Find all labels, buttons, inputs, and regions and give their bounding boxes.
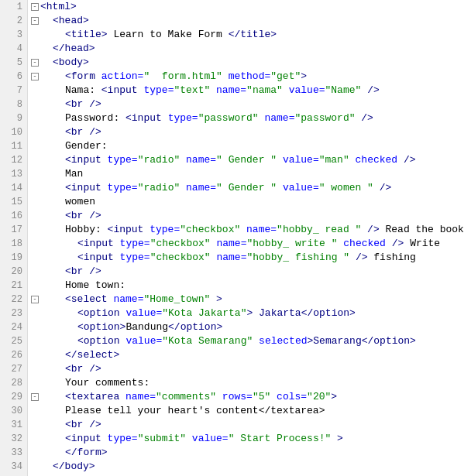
code-line: <br /> (31, 125, 471, 139)
value-token: "Name" (325, 84, 362, 98)
code-area: 1234567891011121314151617181920212223242… (0, 0, 471, 476)
code-line: women (31, 195, 471, 209)
attr-token: name= (216, 84, 246, 98)
tag-token: <option (77, 306, 125, 320)
text-token: Gender: (65, 139, 108, 153)
tag-token (211, 237, 217, 251)
tag-token: <option> (77, 320, 125, 334)
value-token: "hobby_ read " (277, 223, 361, 237)
attr-token: value= (125, 306, 162, 320)
fold-icon[interactable]: - (31, 393, 39, 401)
text-token: Man (65, 167, 83, 181)
tag-token (210, 84, 216, 98)
tag-token (277, 153, 283, 167)
attr-token: type= (108, 432, 138, 446)
attr-token: type= (150, 223, 180, 237)
line-number: 2 (0, 14, 27, 28)
line-number: 6 (0, 70, 27, 84)
tag-token: <option (77, 334, 125, 348)
line-number: 4 (0, 42, 27, 56)
tag-token: <br /> (65, 98, 101, 111)
line-number: 31 (0, 418, 27, 432)
line-number: 15 (0, 195, 27, 209)
attr-token: name= (186, 181, 216, 195)
attr-token: name= (113, 293, 143, 306)
fold-icon[interactable]: - (31, 73, 39, 80)
tag-token: </title> (229, 28, 277, 42)
tag-token: </select> (65, 348, 119, 362)
line-number: 19 (0, 251, 27, 265)
value-token: "hobby_ write " (246, 237, 337, 251)
tag-token: /> (361, 84, 379, 98)
line-number: 23 (0, 306, 27, 320)
value-token: "20" (307, 390, 331, 404)
text-token: fishing (368, 251, 416, 265)
tag-token: <br /> (65, 265, 101, 279)
code-line: </body> (31, 460, 471, 474)
value-token: "radio" (138, 153, 180, 167)
line-number: 10 (0, 125, 27, 139)
fold-icon[interactable]: - (31, 296, 39, 303)
line-number: 8 (0, 98, 27, 111)
code-line: </select> (31, 348, 471, 362)
line-number: 26 (0, 348, 27, 362)
attr-token: type= (120, 251, 150, 265)
tag-token (186, 432, 192, 446)
code-line: -<textarea name="comments" rows="5" cols… (31, 390, 471, 404)
line-number: 9 (0, 111, 27, 125)
line-number: 16 (0, 209, 27, 223)
attr-token: name= (246, 223, 277, 237)
code-line: <br /> (31, 418, 471, 432)
code-line: <input type="submit" value=" Start Proce… (31, 432, 471, 446)
code-line: </form> (31, 446, 471, 460)
tag-token: <input (77, 251, 120, 265)
line-number: 11 (0, 139, 27, 153)
value-token: "radio" (138, 181, 180, 195)
fold-icon[interactable]: - (31, 3, 39, 11)
value-token: "password" (294, 111, 355, 125)
line-number: 27 (0, 362, 27, 376)
fold-icon[interactable]: - (31, 59, 39, 67)
attr-token: value= (125, 334, 162, 348)
attr-token: name= (186, 153, 216, 167)
tag-token (216, 390, 222, 404)
code-line: <br /> (31, 265, 471, 279)
code-line: <br /> (31, 98, 471, 111)
code-line: -<head> (31, 14, 471, 28)
attr-token: name= (216, 251, 246, 265)
tag-token (349, 153, 356, 167)
text-token: Bandung (125, 320, 168, 334)
fold-icon[interactable]: - (31, 17, 39, 25)
attr-token: value= (283, 181, 319, 195)
line-number: 12 (0, 153, 27, 167)
value-token: " Start Process!" (229, 432, 332, 446)
tag-token: </head> (53, 42, 95, 56)
text-token: Write (404, 237, 440, 251)
line-number: 1 (0, 0, 27, 14)
tag-token: > Jakarta</option> (246, 306, 355, 320)
attr-token: type= (108, 181, 138, 195)
attr-token: type= (143, 84, 174, 98)
line-number: 13 (0, 167, 27, 181)
attr-token: type= (168, 111, 198, 125)
text-token: Your comments: (65, 376, 150, 390)
attr-token: value= (289, 84, 325, 98)
value-token: "man" (319, 153, 349, 167)
tag-token: <input (108, 223, 150, 237)
tag-token: > (210, 293, 222, 306)
tag-token (222, 70, 229, 84)
value-token: " form.html" (143, 70, 222, 84)
code-line: Home town: (31, 279, 471, 293)
tag-token (259, 111, 265, 125)
code-line: <input type="checkbox" name="hobby_ writ… (31, 237, 471, 251)
tag-token: <input (65, 153, 108, 167)
text-token: Password: (65, 111, 125, 125)
value-token: "password" (198, 111, 259, 125)
tag-token (338, 237, 344, 251)
code-line: <option>Bandung</option> (31, 320, 471, 334)
attr-token: name= (216, 237, 246, 251)
line-number: 33 (0, 446, 27, 460)
code-line: <input type="radio" name=" Gender " valu… (31, 181, 471, 195)
code-lines: -<html>-<head><title> Learn to Make Form… (28, 0, 471, 476)
tag-token: > (331, 390, 337, 404)
